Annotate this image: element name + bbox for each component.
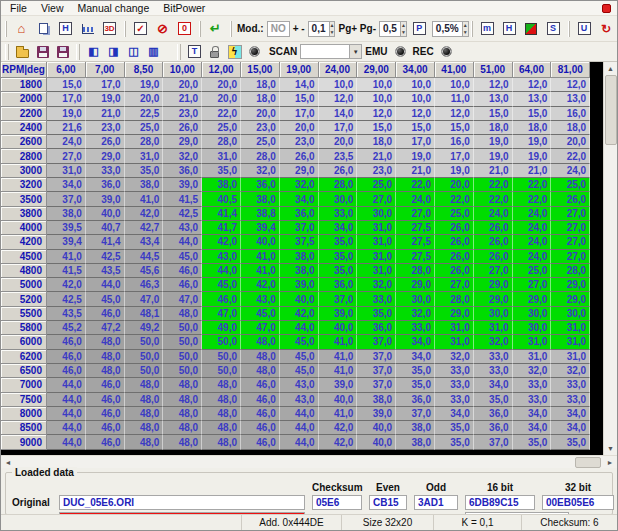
- step-spin-down[interactable]: ▼: [330, 29, 335, 36]
- map-cell[interactable]: 22,0: [202, 107, 241, 121]
- map-cell[interactable]: 42,5: [47, 292, 86, 306]
- map-cell[interactable]: 20,0: [241, 107, 280, 121]
- map-cell[interactable]: 22,5: [125, 107, 164, 121]
- map-cell[interactable]: 27,0: [551, 235, 590, 249]
- map-cell[interactable]: 32,0: [163, 149, 202, 163]
- map-cell[interactable]: 31,0: [47, 164, 86, 178]
- map-cell[interactable]: 21,0: [396, 164, 435, 178]
- map-cell[interactable]: 30,0: [513, 307, 552, 321]
- map-s-button[interactable]: S: [543, 19, 564, 38]
- table-grid-button[interactable]: ▥: [144, 43, 163, 60]
- map-cell[interactable]: 50,0: [202, 364, 241, 378]
- page-step-input[interactable]: 0,5: [379, 21, 401, 37]
- map-cell[interactable]: 31,0: [435, 321, 474, 335]
- map-cell[interactable]: 46,0: [163, 278, 202, 292]
- map-cell[interactable]: 41,5: [163, 192, 202, 206]
- map-cell[interactable]: 26,0: [86, 135, 125, 149]
- original-file-field[interactable]: DUC_05E6.ORI: [59, 495, 305, 510]
- map-cell[interactable]: 35,0: [396, 378, 435, 392]
- map-cell[interactable]: 47,0: [163, 292, 202, 306]
- map-cell[interactable]: 41,5: [47, 264, 86, 278]
- map-cell[interactable]: 41,0: [319, 407, 358, 421]
- row-header-2000[interactable]: 2000: [1, 92, 47, 106]
- map-cell[interactable]: 44,5: [125, 250, 164, 264]
- row-header-7000[interactable]: 7000: [1, 378, 47, 392]
- map-cell[interactable]: 19,0: [396, 149, 435, 163]
- map-cell[interactable]: 42,5: [163, 207, 202, 221]
- map-cell[interactable]: 48,0: [125, 393, 164, 407]
- map-cell[interactable]: 33,0: [319, 207, 358, 221]
- map-cell[interactable]: 38,0: [125, 178, 164, 192]
- map-cell[interactable]: 42,7: [125, 221, 164, 235]
- map-cell[interactable]: 39,4: [241, 221, 280, 235]
- map-cell[interactable]: 44,0: [86, 278, 125, 292]
- map-cell[interactable]: 13,0: [551, 92, 590, 106]
- map-cell[interactable]: 47,0: [125, 292, 164, 306]
- map-cell[interactable]: 26,0: [474, 235, 513, 249]
- map-cell[interactable]: 34,0: [280, 192, 319, 206]
- map-cell[interactable]: 42,0: [125, 207, 164, 221]
- map-cell[interactable]: 48,0: [241, 335, 280, 349]
- map-cell[interactable]: 35,0: [551, 435, 590, 449]
- map-cell[interactable]: 16,0: [435, 135, 474, 149]
- map-cell[interactable]: 30,0: [513, 321, 552, 335]
- map-cell[interactable]: 36,0: [280, 207, 319, 221]
- map-cell[interactable]: 22,0: [435, 192, 474, 206]
- map-cell[interactable]: 49,2: [125, 321, 164, 335]
- map-cell[interactable]: 43,0: [163, 221, 202, 235]
- map-cell[interactable]: 22,0: [551, 149, 590, 163]
- map-cell[interactable]: 37,5: [280, 235, 319, 249]
- map-cell[interactable]: 46,0: [241, 407, 280, 421]
- map-cell[interactable]: 48,0: [163, 421, 202, 435]
- row-header-9000[interactable]: 9000: [1, 435, 47, 449]
- map-cell[interactable]: 36,0: [396, 393, 435, 407]
- page-spin-down[interactable]: ▼: [401, 29, 406, 36]
- map-cell[interactable]: 46,0: [86, 393, 125, 407]
- map-cell[interactable]: 40,0: [357, 435, 396, 449]
- map-cell[interactable]: 31,0: [551, 350, 590, 364]
- map-cell[interactable]: 46,0: [163, 264, 202, 278]
- map-cell[interactable]: 42,5: [86, 250, 125, 264]
- map-cell[interactable]: 37,0: [357, 378, 396, 392]
- map-cell[interactable]: 26,0: [435, 221, 474, 235]
- map-cell[interactable]: 33,0: [551, 378, 590, 392]
- map-cell[interactable]: 44,0: [202, 264, 241, 278]
- map-cell[interactable]: 33,0: [435, 364, 474, 378]
- map-cell[interactable]: 21,0: [86, 107, 125, 121]
- map-cell[interactable]: 27,0: [551, 207, 590, 221]
- map-cell[interactable]: 44,0: [47, 407, 86, 421]
- map-cell[interactable]: 25,0: [551, 178, 590, 192]
- map-cell[interactable]: 46,0: [241, 435, 280, 449]
- map-cell[interactable]: 35,0: [474, 393, 513, 407]
- map-cell[interactable]: 46,0: [47, 335, 86, 349]
- map-cell[interactable]: 31,0: [357, 250, 396, 264]
- v-scrollbar-track[interactable]: [604, 145, 617, 442]
- map-cell[interactable]: 35,0: [513, 435, 552, 449]
- map-cell[interactable]: 27,0: [396, 207, 435, 221]
- col-header-15,00[interactable]: 15,00: [241, 62, 280, 78]
- map-cell[interactable]: 27,0: [435, 278, 474, 292]
- map-cell[interactable]: 29,0: [474, 292, 513, 306]
- map-cell[interactable]: 40,5: [202, 192, 241, 206]
- view-3d-button[interactable]: 3D: [99, 19, 120, 38]
- map-cell[interactable]: 29,0: [474, 278, 513, 292]
- row-header-5800[interactable]: 5800: [1, 321, 47, 335]
- percent-spin-up[interactable]: ▲: [463, 22, 468, 29]
- map-cell[interactable]: 27,0: [47, 149, 86, 163]
- map-cell[interactable]: 43,0: [280, 378, 319, 392]
- map-cell[interactable]: 50,0: [202, 350, 241, 364]
- map-cell[interactable]: 41,0: [319, 350, 358, 364]
- map-cell[interactable]: 26,0: [163, 121, 202, 135]
- map-cell[interactable]: 26,0: [551, 192, 590, 206]
- map-cell[interactable]: 35,0: [125, 164, 164, 178]
- map-cell[interactable]: 43,5: [86, 264, 125, 278]
- map-cell[interactable]: 34,0: [319, 221, 358, 235]
- map-cell[interactable]: 26,0: [435, 250, 474, 264]
- map-cell[interactable]: 40,0: [241, 235, 280, 249]
- menu-item-bitpower[interactable]: BitPower: [156, 1, 212, 15]
- col-header-6,00[interactable]: 6,00: [47, 62, 86, 78]
- map-cell[interactable]: 50,0: [163, 350, 202, 364]
- map-cell[interactable]: 37,0: [357, 350, 396, 364]
- map-h-button[interactable]: H: [499, 19, 520, 38]
- map-cell[interactable]: 30,0: [474, 307, 513, 321]
